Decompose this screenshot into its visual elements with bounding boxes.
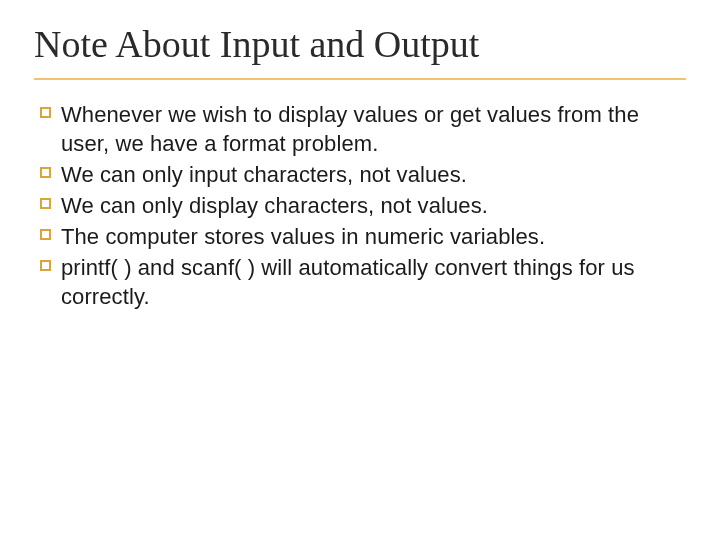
list-item-text: The computer stores values in numeric va… — [61, 222, 545, 251]
list-item: We can only display characters, not valu… — [40, 191, 686, 220]
square-bullet-icon — [40, 107, 51, 118]
square-bullet-icon — [40, 198, 51, 209]
list-item-text: We can only display characters, not valu… — [61, 191, 488, 220]
square-bullet-icon — [40, 167, 51, 178]
list-item: Whenever we wish to display values or ge… — [40, 100, 686, 158]
square-bullet-icon — [40, 260, 51, 271]
list-item: We can only input characters, not values… — [40, 160, 686, 189]
list-item-text: printf( ) and scanf( ) will automaticall… — [61, 253, 686, 311]
page-title: Note About Input and Output — [34, 22, 686, 80]
list-item: printf( ) and scanf( ) will automaticall… — [40, 253, 686, 311]
bullet-list: Whenever we wish to display values or ge… — [34, 100, 686, 311]
square-bullet-icon — [40, 229, 51, 240]
list-item: The computer stores values in numeric va… — [40, 222, 686, 251]
slide: Note About Input and Output Whenever we … — [0, 0, 720, 540]
list-item-text: Whenever we wish to display values or ge… — [61, 100, 686, 158]
list-item-text: We can only input characters, not values… — [61, 160, 467, 189]
